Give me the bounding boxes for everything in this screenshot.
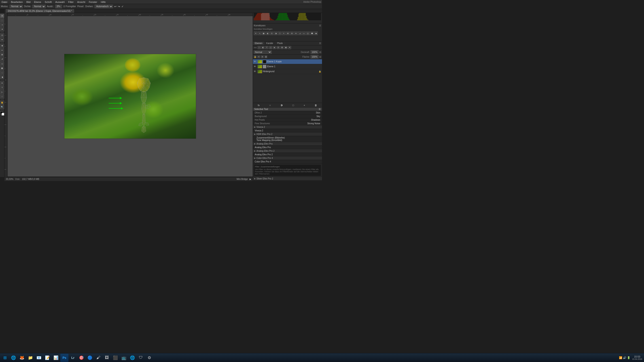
layer-visibility-hintergrund[interactable]: 👁 [254, 70, 257, 73]
navigate-right[interactable]: ▶ [250, 178, 251, 180]
add-mask-button[interactable]: ○ [268, 104, 272, 107]
adj-layer-button[interactable]: ◑ [280, 104, 283, 107]
menu-item-ansicht[interactable]: Ansicht [76, 1, 86, 3]
modus-select[interactable]: Normal [10, 5, 23, 8]
bw-icon[interactable]: ◑ [274, 31, 278, 35]
shape-layer-icon[interactable]: ◻ [269, 46, 272, 49]
tool-history[interactable]: ↺ [0, 57, 4, 61]
lock-all-icon[interactable]: 🔒 [254, 55, 256, 58]
fill-toggle[interactable]: ⊡ [319, 56, 321, 58]
layers-tab-pfade[interactable]: Pfade [275, 41, 285, 45]
tool-zoom[interactable]: 🔍 [0, 105, 4, 109]
colorlookup-icon[interactable]: ⊞ [286, 31, 290, 35]
tool-hand[interactable]: ✋ [0, 100, 4, 105]
menu-item-filter[interactable]: Filter [68, 1, 74, 3]
layer-mask-ebene1 [263, 65, 266, 68]
document-tab[interactable]: DSC03276.ARW bei 33,3% (Ebene 1 Kopie, E… [6, 9, 74, 13]
blend-mode-select[interactable]: Normal [254, 50, 272, 54]
opacity-toggle[interactable]: ⊡ [319, 51, 321, 53]
layer-visibility-ebene1[interactable]: 👁 [254, 65, 257, 68]
color-layer-icon[interactable]: ◉ [284, 46, 287, 49]
selective-section-analog2[interactable]: ▶ Analog Efex Pro 2 [253, 149, 322, 153]
pixel-layer-icon[interactable]: □ [258, 46, 261, 49]
curves-icon[interactable]: ∿ [258, 31, 262, 35]
adjustment-layer-icon[interactable]: ◐ [262, 46, 264, 49]
selective-section-analog[interactable]: ▶ Analog Efex Pro [253, 142, 322, 146]
menu-item-fenster[interactable]: Fenster [88, 1, 98, 3]
layers-tab-kanaele[interactable]: Kanäle [264, 41, 275, 45]
invert-icon[interactable]: ⊟ [290, 31, 294, 35]
menu-item-hilfe[interactable]: Hilfe [100, 1, 106, 3]
levels-icon[interactable]: ▦ [262, 31, 266, 35]
threshold-icon[interactable]: ⊿ [298, 31, 302, 35]
gradient-map-icon[interactable]: ▭ [302, 31, 306, 35]
photo-icon[interactable]: ⬡ [278, 31, 282, 35]
selective-section-color4[interactable]: ▶ Color Efex Pro 4 [253, 156, 322, 160]
tool-clone[interactable]: ⌘ [0, 53, 4, 57]
tool-dodge[interactable]: ◑ [0, 75, 4, 79]
ausbl-input[interactable] [55, 5, 62, 8]
layer-item-ebene1[interactable]: 👁 Ebene 1 [253, 64, 322, 69]
tool-type[interactable]: T [0, 86, 4, 90]
tool-move[interactable]: ✛ [0, 14, 4, 18]
new-layer-button[interactable]: + [303, 104, 306, 107]
undo-icon[interactable]: ↩ [114, 5, 116, 8]
posterize-icon[interactable]: ≋ [294, 31, 298, 35]
layers-tab-ebenen[interactable]: Ebenen [253, 41, 264, 45]
selective-options[interactable]: ☰ [319, 108, 321, 110]
vibrance-icon[interactable]: ⬢ [310, 31, 314, 35]
selected-layer-icon[interactable]: ⊡ [276, 46, 280, 49]
delete-layer-button[interactable]: 🗑 [314, 104, 318, 107]
menu-item-ebene[interactable]: Ebene [33, 1, 42, 3]
corrections-expand[interactable]: ☰ [319, 24, 321, 27]
tool-crop[interactable]: ⊡ [0, 33, 4, 37]
colorbal-icon[interactable]: ⊡ [270, 31, 274, 35]
hue-icon[interactable]: ◐ [266, 31, 270, 35]
menu-item-datei[interactable]: Datei [1, 1, 8, 3]
opacity-input[interactable] [310, 50, 318, 54]
background-color[interactable] [2, 113, 4, 115]
drehen-select[interactable]: Automatisch [94, 5, 113, 8]
lock-pixels-icon[interactable]: ✏ [258, 55, 260, 58]
layer-visibility-ebene1kopie[interactable]: 👁 [254, 60, 257, 63]
tool-heal[interactable]: ✚ [0, 44, 4, 48]
tool-eyedropper[interactable]: ✒ [0, 38, 4, 42]
artboard-icon[interactable]: ⊞ [280, 46, 284, 49]
layer-item-hintergrund[interactable]: 👁 Hintergrund 🔒 [253, 69, 322, 74]
tool-eraser[interactable]: ◻ [0, 62, 4, 66]
layer-item-ebene1kopie[interactable]: 👁 Ebene 1 Kopie [253, 59, 322, 64]
type-layer-icon[interactable]: T [265, 46, 268, 49]
dichte-select[interactable]: Normal [32, 5, 46, 8]
group-button[interactable]: □ [292, 104, 295, 107]
menu-item-bild[interactable]: Bild [26, 1, 31, 3]
smart-layer-icon[interactable]: ◈ [273, 46, 276, 49]
main-canvas[interactable] [64, 54, 196, 139]
fx-button[interactable]: fx [257, 104, 260, 107]
lock-artboard-icon[interactable]: ⊞ [264, 55, 267, 58]
tool-blur[interactable]: ◌ [0, 71, 4, 75]
confirm-icon[interactable]: ✓ [122, 5, 124, 8]
tool-path[interactable]: ▷ [0, 90, 4, 94]
tool-brush[interactable]: ✏ [0, 48, 4, 52]
lock-pos-icon[interactable]: ✛ [261, 55, 264, 58]
tool-shape[interactable]: □ [0, 94, 4, 98]
smart-filter-icon[interactable]: ✦ [288, 46, 291, 49]
menu-item-schrift[interactable]: Schrift [44, 1, 52, 3]
selective-color-icon[interactable]: ◫ [306, 31, 310, 35]
tool-magic-wand[interactable]: ✦ [0, 27, 4, 31]
selective-section-silver[interactable]: ▶ Silver Efex Pro 2 [253, 177, 322, 181]
redo-icon[interactable]: ↪ [118, 5, 120, 8]
channel-icon[interactable]: ≡ [282, 31, 286, 35]
exposure-icon[interactable]: ◉ [314, 31, 318, 35]
menu-item-bearbeiten[interactable]: Bearbeiten [10, 1, 24, 3]
fill-input[interactable] [310, 55, 318, 58]
tool-pen[interactable]: ✒ [0, 81, 4, 85]
layers-options-icon[interactable]: ☰ [319, 42, 322, 44]
tool-lasso[interactable]: ⊃ [0, 23, 4, 27]
brightness-icon[interactable]: ☀ [254, 31, 258, 35]
tool-gradient[interactable]: ▦ [0, 66, 4, 70]
tool-marquee[interactable]: ⬚ [0, 18, 4, 22]
selective-section-hdr[interactable]: ▶ HDR Efex Pro 2 [253, 132, 322, 136]
selective-section-viveza[interactable]: ▶ Viveza 2 [253, 125, 322, 129]
menu-item-auswahl[interactable]: Auswahl [54, 1, 65, 3]
